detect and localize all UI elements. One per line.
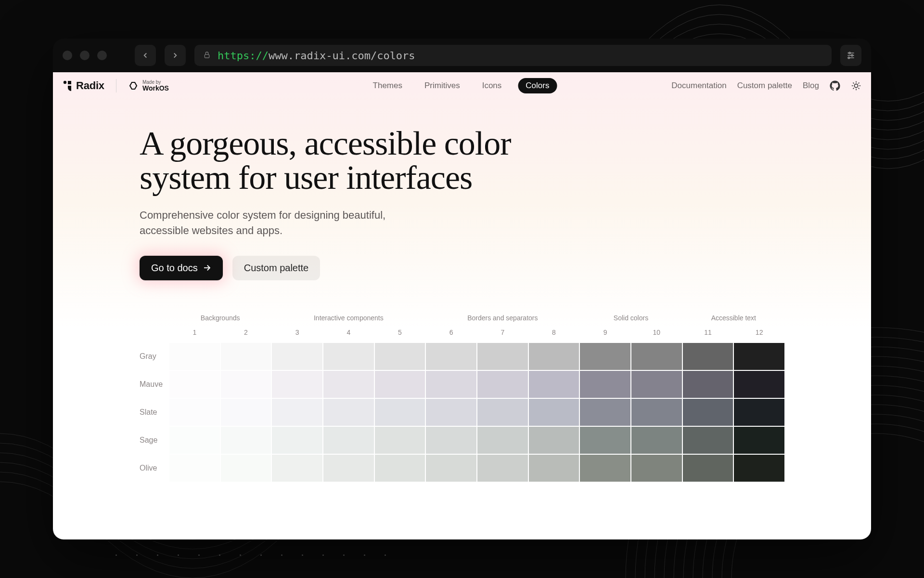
forward-button[interactable] (165, 45, 186, 66)
go-to-docs-button[interactable]: Go to docs (140, 256, 223, 280)
scale-name: Slate (140, 399, 168, 426)
step-label: 10 (631, 328, 682, 336)
color-swatch[interactable] (221, 455, 271, 482)
color-swatch[interactable] (631, 371, 682, 398)
color-swatch[interactable] (221, 427, 271, 454)
color-swatch[interactable] (323, 371, 374, 398)
color-swatch[interactable] (580, 371, 630, 398)
dot-row (116, 554, 386, 556)
window-traffic-lights[interactable] (63, 51, 107, 60)
color-swatch[interactable] (426, 399, 476, 426)
color-swatch[interactable] (169, 455, 220, 482)
group-borders: Borders and separators (426, 314, 579, 328)
color-swatch[interactable] (272, 399, 322, 426)
vertical-divider (116, 79, 116, 92)
color-swatch[interactable] (580, 455, 630, 482)
color-swatch[interactable] (529, 427, 579, 454)
github-icon (830, 80, 840, 91)
color-swatch[interactable] (169, 399, 220, 426)
color-swatch[interactable] (426, 455, 476, 482)
color-swatch[interactable] (221, 399, 271, 426)
color-swatch[interactable] (323, 427, 374, 454)
color-swatch[interactable] (734, 343, 784, 370)
palette-row: Sage (140, 427, 784, 454)
color-swatch[interactable] (221, 371, 271, 398)
color-swatch[interactable] (169, 371, 220, 398)
radix-mark-icon (63, 80, 72, 91)
theme-toggle[interactable] (851, 80, 861, 91)
color-swatch[interactable] (426, 371, 476, 398)
color-swatch[interactable] (529, 399, 579, 426)
color-swatch[interactable] (221, 343, 271, 370)
back-button[interactable] (135, 45, 156, 66)
color-swatch[interactable] (477, 371, 528, 398)
scale-name: Olive (140, 455, 168, 482)
color-swatch[interactable] (631, 343, 682, 370)
scale-name: Mauve (140, 371, 168, 398)
nav-icons[interactable]: Icons (476, 78, 508, 93)
color-swatch[interactable] (580, 343, 630, 370)
color-swatch[interactable] (477, 455, 528, 482)
color-swatch[interactable] (323, 455, 374, 482)
color-swatch[interactable] (272, 455, 322, 482)
color-swatch[interactable] (375, 371, 425, 398)
color-swatch[interactable] (631, 427, 682, 454)
made-by-brand: WorkOS (142, 85, 169, 92)
made-by-workos[interactable]: Made by WorkOS (128, 80, 169, 92)
color-swatch[interactable] (426, 343, 476, 370)
color-swatch[interactable] (580, 399, 630, 426)
color-swatch[interactable] (631, 455, 682, 482)
color-swatch[interactable] (477, 343, 528, 370)
github-link[interactable] (830, 80, 840, 91)
color-swatch[interactable] (683, 427, 733, 454)
color-swatch[interactable] (477, 427, 528, 454)
minimize-window-icon[interactable] (80, 51, 90, 60)
address-bar[interactable]: https://www.radix-ui.com/colors (194, 45, 832, 66)
palette-grid: Backgrounds Interactive components Borde… (140, 314, 784, 482)
nav-colors[interactable]: Colors (518, 78, 557, 93)
color-swatch[interactable] (323, 343, 374, 370)
step-label: 12 (734, 328, 784, 336)
color-swatch[interactable] (734, 371, 784, 398)
chevron-left-icon (141, 51, 150, 60)
color-swatch[interactable] (426, 427, 476, 454)
color-swatch[interactable] (631, 399, 682, 426)
color-swatch[interactable] (169, 427, 220, 454)
color-swatch[interactable] (375, 399, 425, 426)
color-swatch[interactable] (529, 455, 579, 482)
radix-logo[interactable]: Radix (63, 79, 104, 92)
browser-settings-button[interactable] (840, 45, 861, 66)
color-swatch[interactable] (683, 455, 733, 482)
nav-themes[interactable]: Themes (367, 78, 408, 93)
color-swatch[interactable] (375, 427, 425, 454)
custom-palette-label: Custom palette (244, 263, 309, 274)
color-swatch[interactable] (734, 427, 784, 454)
color-swatch[interactable] (734, 399, 784, 426)
svg-point-19 (64, 81, 66, 84)
nav-documentation[interactable]: Documentation (671, 81, 726, 91)
color-swatch[interactable] (375, 455, 425, 482)
palette-row: Olive (140, 455, 784, 482)
nav-blog[interactable]: Blog (803, 81, 819, 91)
custom-palette-button[interactable]: Custom palette (232, 256, 321, 280)
color-swatch[interactable] (375, 343, 425, 370)
color-swatch[interactable] (580, 427, 630, 454)
color-swatch[interactable] (734, 455, 784, 482)
color-swatch[interactable] (272, 343, 322, 370)
color-swatch[interactable] (683, 399, 733, 426)
color-swatch[interactable] (529, 343, 579, 370)
nav-primitives[interactable]: Primitives (419, 78, 466, 93)
maximize-window-icon[interactable] (97, 51, 107, 60)
close-window-icon[interactable] (63, 51, 72, 60)
color-swatch[interactable] (683, 343, 733, 370)
nav-custom-palette[interactable]: Custom palette (737, 81, 792, 91)
cta-row: Go to docs Custom palette (140, 256, 534, 280)
color-swatch[interactable] (272, 371, 322, 398)
color-swatch[interactable] (323, 399, 374, 426)
group-solid: Solid colors (580, 314, 681, 328)
color-swatch[interactable] (529, 371, 579, 398)
color-swatch[interactable] (272, 427, 322, 454)
color-swatch[interactable] (683, 371, 733, 398)
color-swatch[interactable] (169, 343, 220, 370)
color-swatch[interactable] (477, 399, 528, 426)
